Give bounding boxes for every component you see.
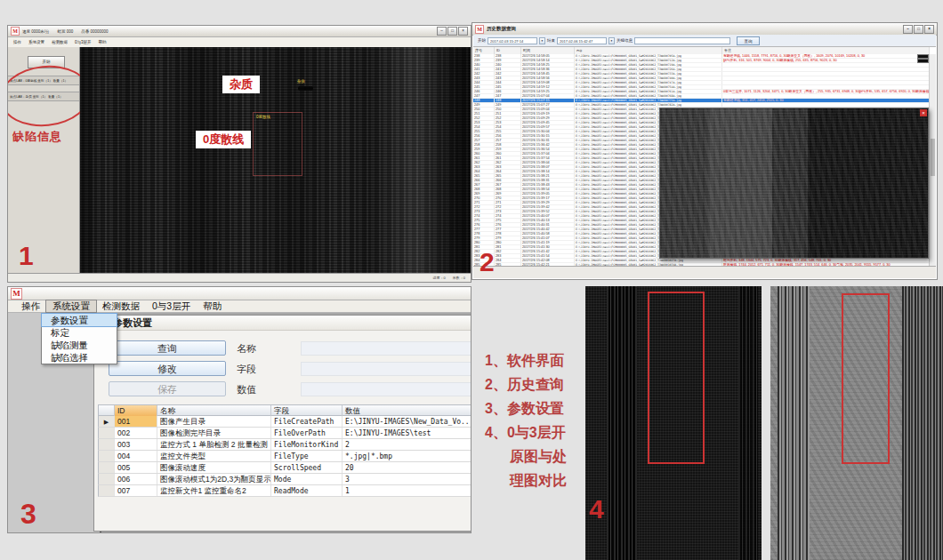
vertical-scrollbar[interactable] [929,54,936,268]
keyword-label: 关键信息 [617,38,633,43]
defect-outline [253,112,302,176]
query-toolbar: 开始 2017-02-03 15:27:14 ▾ 结束 2017-02-06 1… [473,35,936,47]
row-marker: ▶ [99,416,115,427]
screenshot-canvas: M 速度 0000米/分 幅宽 000 品番 00000000 – □ × 操作… [0,0,943,560]
close-icon[interactable]: × [920,109,927,116]
scrollbar-thumb[interactable] [931,139,935,176]
menu-item[interactable]: 0与3层开 [71,40,95,44]
processed-fabric-image [770,286,943,560]
menu-item[interactable]: 操作 [15,300,46,312]
status-bar: 进度：0 米数：0 [8,273,471,282]
stripe-texture [778,286,810,560]
name-label: 名称 [237,342,256,356]
maximize-icon[interactable]: □ [447,27,457,36]
table-row[interactable]: 002图像检测完毕目录FileOverPathE:\JINYU-IMAGES\t… [98,428,472,439]
system-settings-menu-dropdown: 参数设置标定缺陷测量缺陷选择 [41,313,117,364]
menu-item[interactable]: 操作 [10,40,25,44]
app-icon: M [475,25,484,34]
note-line: 理图对比 [510,468,587,492]
table-row[interactable]: 003监控方式 1 单胎检测 2 批量检测FileMonitorKind2 [98,439,472,451]
panel-number-badge: 3 [20,498,36,531]
menu-item[interactable]: 缺陷测量 [42,339,117,351]
scatter-line-tag: 0度散线 [256,115,270,119]
fabric-image-view: 杂质 杂质 0度散线 0度散线 [80,47,471,273]
note-line: 原图与处 [510,444,587,468]
summary-notes: 1、软件界面2、历史查询3、参数设置4、0与3层开原图与处理图对比 [485,348,587,492]
child-window-title: 参数设置 [113,316,152,330]
menu-item[interactable]: 标定 [42,326,117,339]
panel-history-query: M 历史数据查询 – □ × 开始 2017-02-03 15:27:14 ▾ … [472,22,938,280]
close-icon[interactable]: × [924,25,934,34]
keyword-input[interactable] [634,37,730,44]
parameter-settings-window: M 参数设置 查询 修改 保存 名称 字段 数值 ID名称字段数值 ▶001图像… [93,315,472,532]
start-date-input[interactable]: 2017-02-03 15:27:14 [488,37,537,44]
column-header: 时间 [521,47,575,54]
note-line: 4、0与3层开 [485,420,587,444]
panel-number-badge: 1 [19,241,34,271]
query-button[interactable]: 查询 [109,340,226,356]
scatter-line-label: 0度散线 [196,131,251,148]
table-row[interactable]: 005图像滚动速度ScrollSpeed20 [98,462,472,474]
menu-item[interactable]: 检测数据 [48,40,71,44]
menu-item[interactable]: 系统设置 [46,300,96,312]
impurity-label: 杂质 [222,76,260,93]
note-line: 1、软件界面 [485,348,587,372]
child-window-titlebar: M 参数设置 [94,316,472,331]
stripe-texture [607,286,637,560]
table-row[interactable]: 007监控新文件1 监控重命名2ReadMode1 [98,485,472,497]
defect-info-annotation: 缺陷信息 [12,129,62,145]
panel-main-ui: M 速度 0000米/分 幅宽 000 品番 00000000 – □ × 操作… [7,25,472,283]
stripe-texture [738,286,758,560]
column-header: 内容 [575,47,722,54]
table-row[interactable]: ▶001图像产生目录FileCreatePathE:\JINYU-IMAGES\… [98,416,472,428]
panel-parameter-settings: M 操作系统设置检测数据0与3层开帮助 M 参数设置 查询 修改 保存 名称 字… [7,286,472,533]
chevron-down-icon[interactable]: ▾ [539,37,545,44]
menu-bar: 操作系统设置检测数据0与3层开帮助 [8,300,471,313]
table-row[interactable]: 004监控文件类型FileType*.jpg|*.bmp [98,451,472,462]
original-fabric-image [585,286,762,560]
menu-item[interactable]: 帮助 [95,40,110,44]
field-input[interactable] [301,362,472,376]
start-date-label: 开始 [478,38,486,43]
end-date-label: 结束 [547,38,555,43]
horizontal-scrollbar[interactable] [473,266,936,278]
impurity-defect-spot [298,86,313,91]
impurity-tag: 杂质 [297,79,305,84]
attachment-chip [918,60,928,62]
value-input[interactable] [301,382,472,396]
window-titlebar: M 速度 0000米/分 幅宽 000 品番 00000000 – □ × [8,26,471,37]
column-header: 备注 [722,47,930,54]
menu-item[interactable]: 检测数据 [96,300,146,312]
table-header: ID名称字段数值 [98,404,472,416]
image-preview-popup: × [659,108,929,259]
modify-button[interactable]: 修改 [109,361,226,376]
table-row[interactable]: 006图像滚动模式1为2D,3为翻页显示Mode3 [98,474,472,485]
menu-item[interactable]: 缺陷选择 [42,351,117,364]
red-highlight-rect [842,293,890,464]
column-header: 序号 [473,47,495,54]
query-button[interactable]: 查询 [737,36,760,45]
panel-number-badge: 4 [589,494,604,524]
menu-item[interactable]: 帮助 [197,300,228,312]
attachment-chip [918,55,928,58]
red-highlight-rect [648,292,705,464]
minimize-icon[interactable]: – [437,27,447,36]
window-titlebar: M 历史数据查询 – □ × [472,23,937,36]
end-date-input[interactable]: 2017-02-06 15:42:47 [557,37,607,44]
name-input[interactable] [301,341,472,356]
value-label: 数值 [237,383,256,396]
mdi-client-area: M 参数设置 查询 修改 保存 名称 字段 数值 ID名称字段数值 ▶001图像… [8,313,471,532]
minimize-icon[interactable]: – [903,25,913,34]
app-icon: M [11,27,20,36]
titlebar-status-text: 速度 0000米/分 幅宽 000 品番 00000000 [22,29,109,34]
defect-sidebar: 开始 疵点LAB：0度散线 坐标（1） 数量（1） 疵点LAB：杂质 坐标（1）… [8,47,80,273]
save-button[interactable]: 保存 [109,381,226,396]
close-icon[interactable]: × [458,27,468,36]
menu-item[interactable]: 参数设置 [42,314,117,326]
maximize-icon[interactable]: □ [914,25,923,34]
app-icon: M [11,288,22,300]
chevron-down-icon[interactable]: ▾ [609,37,615,44]
menu-item[interactable]: 系统设置 [25,40,48,44]
main-body: 开始 疵点LAB：0度散线 坐标（1） 数量（1） 疵点LAB：杂质 坐标（1）… [8,47,471,273]
menu-item[interactable]: 0与3层开 [146,300,197,312]
